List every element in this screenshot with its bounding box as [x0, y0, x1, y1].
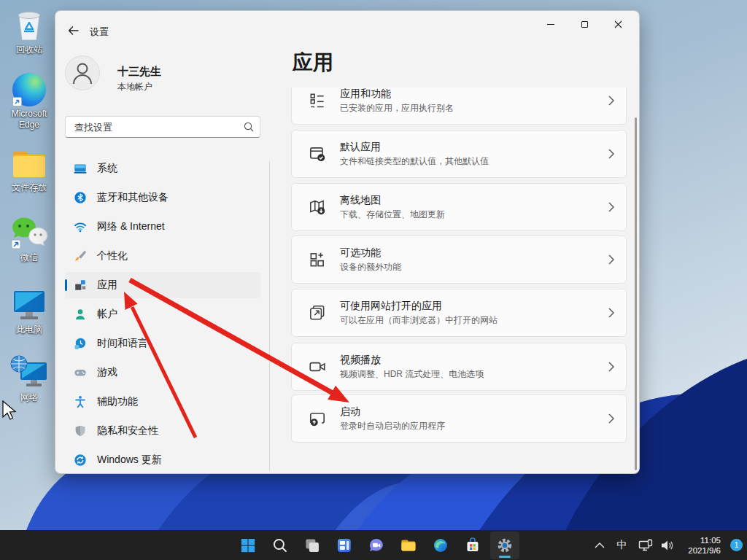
widgets-button[interactable] [330, 532, 359, 559]
start-button[interactable] [233, 532, 263, 559]
back-button[interactable] [63, 20, 85, 41]
taskbar-search-button[interactable] [266, 532, 295, 559]
back-arrow-icon [68, 26, 80, 36]
apps-features-icon [308, 91, 327, 110]
nav-item-personalization[interactable]: 个性化 [65, 243, 260, 269]
desktop-icon-wechat[interactable]: 微信 [3, 217, 55, 263]
chevron-up-icon [595, 542, 605, 548]
chevron-right-icon [608, 149, 614, 159]
settings-button[interactable] [490, 532, 519, 559]
store-icon [464, 537, 481, 554]
minimize-icon [547, 24, 554, 25]
maximize-icon [581, 21, 588, 28]
nav-item-bluetooth[interactable]: 蓝牙和其他设备 [65, 184, 260, 211]
time-language-icon [74, 337, 87, 350]
search-input[interactable] [73, 121, 244, 133]
taskbar-center [233, 530, 519, 560]
maximize-button[interactable] [568, 11, 601, 37]
search-icon [271, 537, 289, 554]
search-box[interactable] [65, 116, 260, 138]
desktop-icon-recycle-bin[interactable]: 回收站 [3, 7, 55, 55]
task-view-button[interactable] [298, 532, 327, 559]
privacy-icon [74, 424, 87, 438]
window-title: 设置 [90, 26, 109, 39]
apps-icon [74, 279, 87, 292]
nav-item-system[interactable]: 系统 [65, 155, 260, 182]
nav-item-apps[interactable]: 应用 [65, 272, 260, 298]
store-button[interactable] [458, 532, 487, 559]
nav-item-accessibility[interactable]: 辅助功能 [65, 389, 260, 415]
chevron-right-icon [608, 308, 614, 318]
desktop-icon-folder[interactable]: 文件存放 [3, 149, 55, 193]
desktop-icon-label: 文件存放 [12, 182, 47, 193]
tray-time: 11:05 [688, 535, 721, 545]
window-controls [534, 11, 635, 37]
desktop-icon-label: 微信 [20, 252, 38, 263]
system-icon [74, 162, 87, 175]
wechat-icon [10, 217, 48, 250]
card-apps-for-websites[interactable]: 可使用网站打开的应用可以在应用（而非浏览器）中打开的网站 [291, 289, 627, 337]
bluetooth-icon [74, 191, 87, 204]
selected-accent-bar [65, 279, 67, 291]
nav-item-accounts[interactable]: 帐户 [65, 301, 260, 327]
accounts-icon [74, 308, 87, 321]
chevron-right-icon [608, 202, 614, 212]
chevron-right-icon [608, 96, 614, 106]
video-playback-icon [308, 357, 327, 376]
ime-indicator[interactable]: 中 [608, 532, 635, 559]
user-name: 十三先生 [117, 65, 161, 79]
volume-tray-button[interactable] [657, 532, 678, 559]
shortcut-arrow-icon [12, 97, 22, 106]
card-video-playback[interactable]: 视频播放视频调整、HDR 流式处理、电池选项 [291, 343, 627, 391]
tray-date: 2021/9/6 [688, 545, 721, 556]
close-icon [614, 20, 622, 28]
settings-gear-icon [496, 537, 514, 554]
wifi-icon [74, 220, 87, 233]
card-default-apps[interactable]: 默认应用文件和链接类型的默认值，其他默认值 [291, 130, 627, 178]
default-apps-icon [308, 144, 327, 163]
scrollbar-thumb[interactable] [635, 117, 637, 470]
card-offline-maps[interactable]: 离线地图下载、存储位置、地图更新 [291, 183, 627, 231]
close-button[interactable] [601, 11, 635, 37]
optional-features-icon [308, 250, 327, 269]
tray-chevron-button[interactable] [591, 532, 608, 559]
settings-card-list: 应用和功能已安装的应用，应用执行别名 默认应用文件和链接类型的默认值，其他默认值… [291, 88, 627, 468]
chevron-right-icon [608, 362, 614, 372]
card-apps-features[interactable]: 应用和功能已安装的应用，应用执行别名 [291, 88, 627, 125]
edge-button[interactable] [426, 532, 455, 559]
user-icon [71, 61, 93, 85]
clock-tray-button[interactable]: 11:05 2021/9/6 [678, 532, 729, 559]
pane-divider [269, 161, 270, 471]
start-icon [239, 537, 257, 554]
minimize-button[interactable] [534, 11, 568, 37]
nav-item-time-language[interactable]: 时间和语言 [65, 330, 260, 357]
network-tray-icon [638, 539, 653, 552]
desktop-icon-label: Microsoft Edge [3, 109, 55, 131]
file-explorer-button[interactable] [394, 532, 423, 559]
network-tray-button[interactable] [635, 532, 657, 559]
ime-label: 中 [612, 539, 631, 552]
chat-icon [368, 537, 385, 554]
personalization-icon [74, 249, 87, 262]
nav-item-network[interactable]: 网络 & Internet [65, 214, 260, 240]
taskbar: 中 11:05 2021/9/6 1 [0, 530, 747, 560]
desktop-icon-edge[interactable]: Microsoft Edge [3, 73, 55, 131]
card-startup[interactable]: 启动登录时自动启动的应用程序 [291, 394, 627, 443]
avatar[interactable] [65, 55, 100, 90]
network-icon [10, 355, 48, 390]
nav-item-windows-update[interactable]: Windows 更新 [65, 447, 260, 473]
nav-item-gaming[interactable]: 游戏 [65, 359, 260, 386]
task-view-icon [303, 537, 321, 554]
apps-for-websites-icon [308, 303, 327, 322]
card-optional-features[interactable]: 可选功能设备的额外功能 [291, 236, 627, 284]
nav-item-privacy[interactable]: 隐私和安全性 [65, 418, 260, 444]
chat-button[interactable] [362, 532, 391, 559]
startup-icon [308, 409, 327, 428]
widgets-icon [336, 537, 353, 554]
notification-badge[interactable]: 1 [730, 539, 743, 551]
chevron-right-icon [608, 413, 614, 424]
desktop-icon-this-pc[interactable]: 此电脑 [3, 289, 55, 335]
active-app-indicator [499, 556, 511, 558]
windows-update-icon [74, 454, 87, 467]
desktop-icon-network[interactable]: 网络 [3, 355, 55, 403]
